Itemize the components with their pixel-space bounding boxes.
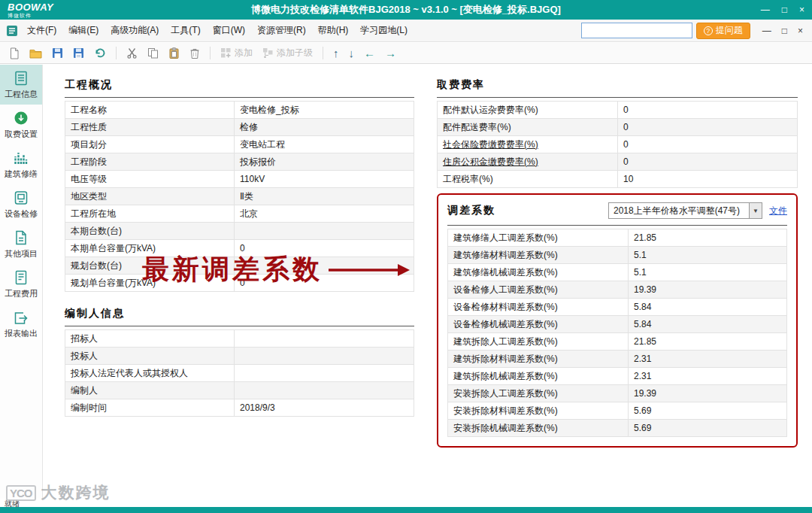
save-button[interactable] bbox=[50, 45, 65, 62]
row-value[interactable] bbox=[235, 365, 414, 382]
row-value[interactable]: 0 bbox=[618, 102, 798, 119]
menu-window[interactable]: 窗口(W) bbox=[207, 20, 251, 41]
row-value[interactable]: 投标报价 bbox=[235, 153, 414, 171]
table-row: 规划单台容量(万kVA) 0 bbox=[65, 275, 414, 292]
copy-button[interactable] bbox=[146, 45, 160, 62]
row-value[interactable]: 变电站工程 bbox=[235, 136, 414, 153]
row-value[interactable]: Ⅱ类 bbox=[235, 188, 414, 205]
new-file-icon bbox=[9, 47, 20, 59]
sidebar-item-label: 设备检修 bbox=[5, 208, 38, 220]
sidebar-item-other-items[interactable]: 其他项目 bbox=[0, 224, 42, 264]
row-value[interactable] bbox=[235, 348, 414, 365]
row-label: 建筑拆除人工调差系数(%) bbox=[448, 333, 629, 351]
arrow-right-icon: → bbox=[385, 47, 396, 59]
new-file-button[interactable] bbox=[8, 45, 21, 62]
menu-file[interactable]: 文件(F) bbox=[21, 20, 62, 41]
row-value[interactable]: 0 bbox=[618, 119, 798, 136]
sidebar-item-report-output[interactable]: 报表输出 bbox=[0, 304, 42, 344]
row-value[interactable]: 2.31 bbox=[629, 351, 787, 368]
minimize-icon[interactable]: — bbox=[761, 5, 770, 15]
row-value[interactable]: 0 bbox=[618, 153, 798, 171]
maximize-icon[interactable]: □ bbox=[782, 5, 787, 15]
row-label: 本期单台容量(万kVA) bbox=[65, 240, 235, 257]
row-value[interactable]: 5.1 bbox=[629, 247, 787, 264]
row-value[interactable]: 110kV bbox=[235, 171, 414, 188]
row-value[interactable]: 5.1 bbox=[629, 264, 787, 281]
row-value[interactable]: 检修 bbox=[235, 119, 414, 136]
menu-help[interactable]: 帮助(H) bbox=[312, 20, 355, 41]
sidebar-item-building-repair[interactable]: 建筑修缮 bbox=[0, 144, 42, 184]
watermark-text: 大数跨境 bbox=[41, 482, 111, 503]
row-label: 编制人 bbox=[65, 382, 235, 399]
row-value[interactable]: 2.31 bbox=[629, 368, 787, 385]
row-value[interactable]: 5.69 bbox=[629, 402, 787, 420]
row-value[interactable]: 0 bbox=[235, 275, 414, 292]
chevron-down-icon[interactable]: ▼ bbox=[749, 203, 762, 218]
move-up-button[interactable]: ↑ bbox=[332, 45, 341, 62]
add-child-button[interactable]: 添加子级 bbox=[261, 45, 314, 62]
delete-button[interactable] bbox=[188, 45, 201, 62]
row-value[interactable]: 21.85 bbox=[629, 229, 787, 247]
row-value[interactable]: 北京 bbox=[235, 205, 414, 223]
open-file-button[interactable] bbox=[28, 45, 44, 62]
file-link[interactable]: 文件 bbox=[769, 205, 787, 217]
child-restore-icon[interactable]: □ bbox=[782, 26, 787, 36]
row-value[interactable]: 0 bbox=[618, 136, 798, 153]
row-value[interactable]: 5.84 bbox=[629, 316, 787, 333]
row-value[interactable] bbox=[235, 257, 414, 275]
row-label: 本期台数(台) bbox=[65, 223, 235, 240]
menu-learning[interactable]: 学习园地(L) bbox=[354, 20, 414, 41]
menu-resource[interactable]: 资源管理(R) bbox=[251, 20, 312, 41]
menu-advanced[interactable]: 高级功能(A) bbox=[105, 20, 165, 41]
move-right-button[interactable]: → bbox=[383, 45, 398, 62]
menu-tools[interactable]: 工具(T) bbox=[165, 20, 206, 41]
table-row: 建筑拆除机械调差系数(%) 2.31 bbox=[448, 368, 787, 385]
row-value[interactable]: 0 bbox=[235, 240, 414, 257]
close-icon[interactable]: × bbox=[799, 5, 804, 15]
ask-question-label: 提问题 bbox=[716, 24, 743, 37]
search-input[interactable] bbox=[581, 23, 692, 38]
table-row: 投标人 bbox=[65, 348, 414, 365]
sidebar-item-project-cost[interactable]: 工程费用 bbox=[0, 264, 42, 304]
move-down-button[interactable]: ↓ bbox=[347, 45, 356, 62]
row-value[interactable] bbox=[235, 330, 414, 348]
row-label: 设备检修材料调差系数(%) bbox=[448, 299, 629, 316]
cut-button[interactable] bbox=[125, 45, 139, 62]
row-value[interactable]: 21.85 bbox=[629, 333, 787, 351]
move-left-button[interactable]: ← bbox=[362, 45, 377, 62]
copy-icon bbox=[147, 47, 159, 59]
table-row: 招标人 bbox=[65, 330, 414, 348]
menu-edit[interactable]: 编辑(E) bbox=[62, 20, 105, 41]
undo-button[interactable] bbox=[92, 45, 108, 62]
sidebar-item-fee-settings[interactable]: 取费设置 bbox=[0, 105, 42, 144]
sidebar-item-project-info[interactable]: 工程信息 bbox=[0, 65, 42, 105]
row-value[interactable]: 2018/9/3 bbox=[235, 399, 414, 417]
row-label: 工程阶段 bbox=[65, 153, 235, 171]
row-value[interactable]: 5.69 bbox=[629, 420, 787, 437]
child-minimize-icon[interactable]: — bbox=[762, 26, 771, 36]
row-value[interactable]: 19.39 bbox=[629, 385, 787, 402]
table-row: 安装拆除机械调差系数(%) 5.69 bbox=[448, 420, 787, 437]
table-row: 安装拆除材料调差系数(%) 5.69 bbox=[448, 402, 787, 420]
sidebar-item-equipment-overhaul[interactable]: 设备检修 bbox=[0, 184, 42, 224]
row-value[interactable]: 19.39 bbox=[629, 281, 787, 299]
table-row: 编制人 bbox=[65, 382, 414, 399]
row-value[interactable]: 变电检修_投标 bbox=[235, 102, 414, 119]
window-title: 博微电力技改检修清单软件BJG2018 ~ v3.1.0 ~ [变电检修_投标.… bbox=[251, 3, 561, 17]
child-close-icon[interactable]: × bbox=[798, 26, 803, 36]
row-value[interactable] bbox=[235, 382, 414, 399]
row-value[interactable]: 10 bbox=[618, 171, 798, 188]
row-value[interactable]: 5.84 bbox=[629, 299, 787, 316]
row-value[interactable] bbox=[235, 223, 414, 240]
ask-question-button[interactable]: ? 提问题 bbox=[696, 23, 750, 39]
row-label: 建筑拆除机械调差系数(%) bbox=[448, 368, 629, 385]
paste-button[interactable] bbox=[167, 45, 181, 62]
project-overview-table: 工程名称 变电检修_投标 工程性质 检修 项目划分 变电站工程 工程阶段 投标报… bbox=[65, 101, 414, 292]
add-button[interactable]: 添加 bbox=[219, 45, 254, 62]
save-all-button[interactable] bbox=[71, 45, 86, 62]
other-items-icon bbox=[13, 229, 29, 246]
table-row: 建筑拆除材料调差系数(%) 2.31 bbox=[448, 351, 787, 368]
table-row: 工程税率(%) 10 bbox=[438, 171, 798, 188]
toolbar-separator bbox=[210, 47, 211, 59]
price-adjustment-dropdown[interactable]: 2018上半年价格水平调整(47号) ▼ bbox=[608, 202, 762, 219]
